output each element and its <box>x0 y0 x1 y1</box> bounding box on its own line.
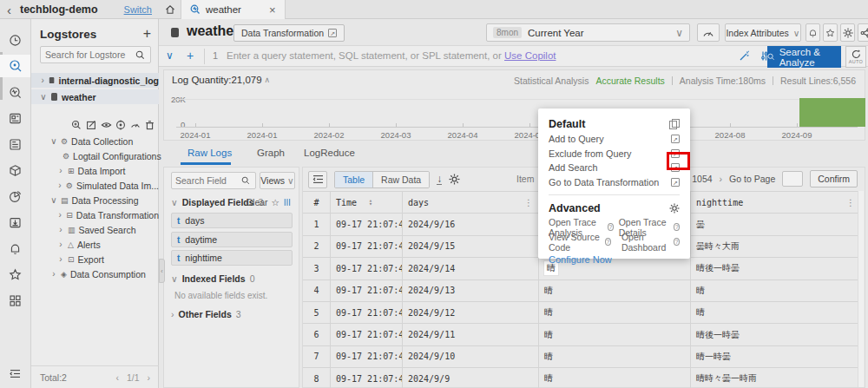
rail-item-report[interactable] <box>0 133 30 155</box>
field-tag-nighttime[interactable]: tnighttime <box>171 250 293 266</box>
views-dropdown[interactable]: Views ∨ <box>260 172 295 189</box>
rail-item-charts[interactable] <box>0 185 30 207</box>
search-analyze-button[interactable]: Search & Analyze <box>767 46 841 68</box>
search-plus-icon[interactable] <box>71 120 82 130</box>
field-search[interactable] <box>171 172 256 189</box>
tree-item-logtail-configurations[interactable]: ⚙Logtail Configurations <box>31 148 159 163</box>
add-query-tab-icon[interactable]: + <box>187 49 194 62</box>
rail-item-alerts[interactable] <box>0 237 30 260</box>
rail-item-favorites[interactable] <box>0 263 30 286</box>
time-range-select[interactable]: 8mon Current Year ∨ <box>486 23 690 42</box>
settings-button[interactable] <box>840 23 855 42</box>
query-input[interactable]: Enter a query statement, SQL statement, … <box>227 50 556 61</box>
rail-item-resources[interactable] <box>0 159 30 181</box>
view-table-button[interactable]: Table <box>335 172 372 187</box>
tree-item-alerts[interactable]: ›△Alerts <box>31 237 159 252</box>
field-tag-days[interactable]: tdays <box>171 213 293 228</box>
field-tag-daytime[interactable]: tdaytime <box>171 232 293 247</box>
expand-icon[interactable]: › <box>171 309 174 319</box>
gauge-icon[interactable] <box>130 120 141 130</box>
col-time[interactable]: Time▴▾ <box>331 192 403 213</box>
clear-fields-link[interactable]: Clear <box>246 197 267 207</box>
eye-icon[interactable] <box>101 120 112 130</box>
query-expand-icon[interactable]: ∨ <box>166 49 174 62</box>
tree-item-data-processing[interactable]: ∨▤Data Processing <box>31 193 159 207</box>
tree-item-data-import[interactable]: ›⊞Data Import <box>31 163 159 178</box>
data-transformation-button[interactable]: Data Transformation ↗ <box>233 24 345 42</box>
gear-icon[interactable] <box>669 203 680 214</box>
rail-item-apps[interactable] <box>0 289 30 312</box>
menu-item-go-to-data-transformation[interactable]: Go to Data Transformation↗ <box>549 175 680 190</box>
rail-item-dashboard[interactable] <box>0 107 30 129</box>
collapse-icon[interactable]: ∨ <box>171 197 178 207</box>
table-row[interactable]: 809-17 21:07:462024/9/9晴晴時々曇一時雨 <box>303 367 860 388</box>
speed-mode-button[interactable] <box>697 23 720 42</box>
confirm-button[interactable]: Confirm <box>810 170 858 187</box>
next-page-icon[interactable]: › <box>720 174 723 184</box>
index-attributes-button[interactable]: Index Attributes ∨ <box>725 23 801 42</box>
share-button[interactable] <box>858 23 868 42</box>
sliders-icon[interactable] <box>283 198 292 207</box>
tab-weather[interactable]: weather × <box>181 0 286 19</box>
collapse-icon[interactable]: ∨ <box>40 92 47 102</box>
col-days[interactable]: days⋮ <box>403 192 539 213</box>
tree-item-data-consumption[interactable]: ›◈Data Consumption <box>31 266 159 281</box>
collapse-icon[interactable]: ∨ <box>171 273 178 284</box>
col-nighttime[interactable]: nighttime⋮ <box>691 192 860 213</box>
tab-logreduce[interactable]: LogReduce <box>304 148 355 158</box>
log-histogram-bar[interactable] <box>799 98 865 127</box>
panel-collapse-handle[interactable]: ‹ <box>159 259 165 283</box>
rail-item-history[interactable] <box>0 29 30 51</box>
tree-item-simulated-data-import[interactable]: ›⚙Simulated Data Im... <box>31 178 159 193</box>
copy-icon[interactable] <box>669 119 680 129</box>
collapse-fields-button[interactable] <box>308 171 327 188</box>
menu-item-add-to-query[interactable]: Add to Query↗ <box>549 132 680 147</box>
logstore-item-weather[interactable]: ∨ weather <box>31 89 159 104</box>
other-fields-header[interactable]: › Other Fields3 <box>171 309 241 319</box>
auto-refresh-button[interactable]: AUTO <box>845 46 866 68</box>
open-dashboard-link[interactable]: Open Dashboard <box>621 232 670 253</box>
statistical-analysis-label[interactable]: Statistical Analysis <box>514 76 589 86</box>
tree-item-export[interactable]: ›⊡Export <box>31 252 159 266</box>
tree-item-data-transformation[interactable]: ›⊟Data Transformation <box>31 207 159 222</box>
magic-wand-icon[interactable] <box>739 50 750 62</box>
sort-icon[interactable]: ▴▾ <box>369 199 372 207</box>
table-row[interactable]: 509-17 21:07:462024/9/12晴晴 <box>303 301 860 323</box>
table-scrollbar[interactable] <box>858 191 864 387</box>
logstore-item-internal-diagnostic[interactable]: › internal-diagnostic_log <box>31 73 159 88</box>
home-tab[interactable] <box>159 0 181 19</box>
edit-icon[interactable] <box>86 120 96 130</box>
trash-icon[interactable] <box>145 120 155 130</box>
rail-item-ingest[interactable] <box>0 211 30 233</box>
tab-close-icon[interactable]: × <box>269 3 276 16</box>
monitor-icon[interactable] <box>115 120 126 130</box>
alerts-button[interactable] <box>806 23 820 42</box>
collapse-chart-icon[interactable]: ∧ <box>265 76 271 84</box>
download-button[interactable]: ↓ <box>437 174 442 185</box>
configure-now-link[interactable]: Configure Now <box>549 254 680 265</box>
table-row[interactable]: 609-17 21:07:462024/9/11晴晴後一時曇 <box>303 323 860 345</box>
use-copilot-link[interactable]: Use Copilot <box>504 50 556 61</box>
tab-graph[interactable]: Graph <box>257 148 285 158</box>
prev-page-icon[interactable]: ‹ <box>115 372 119 383</box>
tree-item-saved-search[interactable]: ›▥Saved Search <box>31 222 159 237</box>
table-row[interactable]: 409-17 21:07:462024/9/13晴晴 <box>303 279 860 301</box>
column-menu-icon[interactable]: ⋮ <box>524 198 533 207</box>
view-source-code-link[interactable]: View Source Code <box>549 232 602 253</box>
logstore-search[interactable] <box>40 46 151 63</box>
goto-page-input[interactable] <box>782 171 803 187</box>
rail-collapse[interactable] <box>0 362 30 385</box>
column-menu-icon[interactable]: ⋮ <box>846 198 855 207</box>
expand-icon[interactable]: › <box>40 76 45 85</box>
field-search-input[interactable] <box>175 175 241 186</box>
menu-item-add-search[interactable]: Add Search↗ <box>549 161 680 175</box>
next-page-icon[interactable]: › <box>148 372 151 383</box>
add-logstore-button[interactable]: + <box>143 26 151 42</box>
tree-item-data-collection[interactable]: ∨⚙Data Collection <box>31 134 159 148</box>
back-icon[interactable]: ‹ <box>7 3 11 17</box>
indexed-fields-header[interactable]: ∨ Indexed Fields0 <box>171 273 254 284</box>
rail-item-search[interactable] <box>0 55 30 77</box>
tab-raw-logs[interactable]: Raw Logs <box>187 148 232 158</box>
favorite-icon[interactable]: ☆ <box>272 197 279 207</box>
rail-item-trace-search[interactable] <box>0 81 30 103</box>
